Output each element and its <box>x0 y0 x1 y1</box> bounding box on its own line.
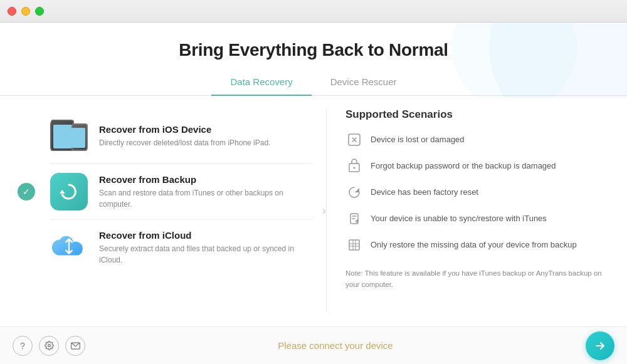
icloud-title: Recover from iCloud <box>99 230 314 241</box>
scenario-sync-restore: Your device is unable to sync/restore wi… <box>345 210 608 227</box>
tab-device-rescuer[interactable]: Device Rescuer <box>312 71 416 96</box>
minimize-button[interactable] <box>21 7 30 16</box>
title-bar <box>0 0 627 23</box>
scenario-factory-reset: Device has been factory reset <box>345 184 608 201</box>
scenarios-heading: Supported Scenarios <box>345 108 608 121</box>
backup-text: Recover from Backup Scan and restore dat… <box>99 174 314 210</box>
panel-arrow-icon: › <box>322 204 326 217</box>
close-button[interactable] <box>8 7 16 16</box>
tab-data-recovery[interactable]: Data Recovery <box>211 71 311 96</box>
icloud-desc: Securely extract data and files that bac… <box>99 243 314 266</box>
scenario-forgot-password-text: Forgot backup password or the backup is … <box>371 157 556 172</box>
svg-point-2 <box>354 139 355 140</box>
svg-rect-7 <box>349 240 359 250</box>
bottom-left-controls: ? <box>13 336 85 356</box>
ios-device-title: Recover from iOS Device <box>99 124 270 135</box>
help-button[interactable]: ? <box>13 336 33 356</box>
svg-marker-0 <box>60 190 65 194</box>
note-text: Note: This feature is available if you h… <box>345 263 608 291</box>
restore-missing-icon <box>345 236 363 254</box>
icloud-text: Recover from iCloud Securely extract dat… <box>99 230 314 266</box>
option-backup[interactable]: ✓ Recover from Backup Scan and restore d… <box>50 164 314 219</box>
option-icloud[interactable]: Recover from iCloud Securely extract dat… <box>50 219 314 275</box>
svg-point-8 <box>48 345 50 347</box>
factory-reset-icon <box>345 184 363 201</box>
option-ios-device[interactable]: Recover from iOS Device Directly recover… <box>50 108 314 164</box>
scenario-lost-damaged: Device is lost or damaged <box>345 131 608 148</box>
scenario-lost-damaged-text: Device is lost or damaged <box>371 131 465 146</box>
ios-device-desc: Directly recover deleted/lost data from … <box>99 137 270 148</box>
left-panel: Recover from iOS Device Directly recover… <box>0 96 326 325</box>
next-button[interactable] <box>586 331 614 360</box>
maximize-button[interactable] <box>35 7 44 16</box>
email-button[interactable] <box>65 336 85 356</box>
right-panel: Supported Scenarios Device is lost or da… <box>327 96 627 325</box>
bottom-bar: ? Please connect your device <box>0 326 627 364</box>
backup-desc: Scan and restore data from iTunes or oth… <box>99 187 314 210</box>
scenario-restore-missing: Only restore the missing data of your de… <box>345 236 608 254</box>
backup-svg-icon <box>58 181 80 202</box>
lost-damaged-icon <box>345 131 363 148</box>
scenario-forgot-password: Forgot backup password or the backup is … <box>345 157 608 175</box>
main-content: Bring Everything Back to Normal Data Rec… <box>0 23 627 326</box>
backup-check-icon: ✓ <box>18 183 35 200</box>
svg-point-4 <box>354 167 356 169</box>
forgot-password-icon <box>345 157 363 175</box>
scenario-restore-missing-text: Only restore the missing data of your de… <box>371 236 577 251</box>
app-header: Bring Everything Back to Normal <box>0 23 627 60</box>
scenario-factory-reset-text: Device has been factory reset <box>371 184 478 199</box>
icloud-svg-icon <box>50 232 88 263</box>
status-text: Please connect your device <box>85 340 586 351</box>
backup-title: Recover from Backup <box>99 174 314 185</box>
body-area: Recover from iOS Device Directly recover… <box>0 96 627 325</box>
sync-restore-icon <box>345 210 363 227</box>
settings-button[interactable] <box>39 336 59 356</box>
icloud-icon <box>50 229 88 266</box>
svg-marker-5 <box>355 188 359 192</box>
backup-icon <box>50 173 88 211</box>
ios-device-text: Recover from iOS Device Directly recover… <box>99 124 270 148</box>
scenario-sync-restore-text: Your device is unable to sync/restore wi… <box>371 210 547 225</box>
ios-device-icon <box>50 117 88 155</box>
main-title: Bring Everything Back to Normal <box>0 40 627 60</box>
tab-bar: Data Recovery Device Rescuer <box>0 71 627 96</box>
